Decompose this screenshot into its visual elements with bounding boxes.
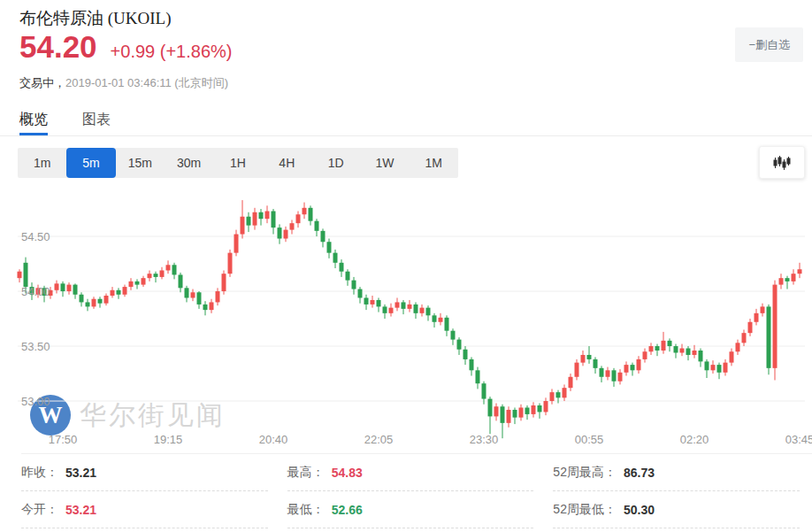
price-change: +0.99 (+1.86%) [111, 42, 233, 62]
timeframe-1W[interactable]: 1W [360, 148, 409, 178]
timeframe-1m[interactable]: 1m [18, 148, 66, 178]
tabs: 概览图表 [0, 111, 812, 136]
stat-value: 86.73 [624, 466, 655, 480]
timeframe-30m[interactable]: 30m [165, 148, 213, 178]
svg-text:20:40: 20:40 [259, 433, 288, 446]
timeframe-15m[interactable]: 15m [116, 148, 165, 178]
svg-text:54.00: 54.00 [21, 285, 50, 298]
svg-text:02:20: 02:20 [680, 433, 709, 446]
y-axis-labels: 54.5054.0053.5053.00 [21, 230, 50, 408]
svg-text:22:05: 22:05 [364, 433, 394, 446]
stat-row: 今开：53.21 [21, 491, 268, 528]
stat-value: 52.66 [332, 503, 363, 517]
svg-text:17:50: 17:50 [49, 433, 78, 446]
chart-type-button[interactable] [759, 146, 805, 179]
stat-row: 52周最低：50.30 [553, 491, 800, 528]
stat-value: 50.30 [624, 503, 655, 517]
gridlines [18, 236, 805, 401]
stat-column: 最高：54.83最低：52.66 [287, 454, 534, 528]
stat-row: 52周最高：86.73 [553, 454, 800, 491]
stat-label: 52周最低： [553, 502, 617, 518]
timeframe-bar: 1m5m15m30m1H4H1D1W1M [18, 148, 458, 178]
market-status: 交易中，2019-01-01 03:46:11 (北京时间) [19, 75, 228, 91]
stat-row: 昨收：53.21 [21, 454, 268, 491]
svg-text:03:45: 03:45 [785, 433, 812, 446]
stats-table: 昨收：53.21今开：53.21最高：54.83最低：52.6652周最高：86… [21, 454, 800, 528]
stat-value: 54.83 [332, 466, 363, 480]
x-axis-labels: 17:5019:1520:4022:0523:3000:5502:2003:45 [49, 433, 812, 446]
stat-row: 最高：54.83 [287, 454, 534, 491]
stat-label: 最低： [287, 502, 325, 518]
stat-label: 昨收： [21, 465, 58, 481]
svg-text:53.00: 53.00 [21, 395, 50, 408]
candlestick-chart-icon [772, 155, 792, 171]
timeframe-1H[interactable]: 1H [213, 148, 262, 178]
svg-text:54.50: 54.50 [21, 230, 50, 243]
timeframe-5m[interactable]: 5m [66, 148, 115, 178]
page-title: 布伦特原油 (UKOIL) [19, 7, 172, 30]
candles [18, 200, 802, 438]
svg-text:00:55: 00:55 [575, 433, 604, 446]
tab-chart[interactable]: 图表 [82, 111, 111, 135]
tab-overview[interactable]: 概览 [19, 111, 48, 135]
svg-text:23:30: 23:30 [470, 433, 499, 446]
trading-status-label: 交易中， [19, 76, 65, 89]
timeframe-1M[interactable]: 1M [410, 148, 458, 178]
svg-text:53.50: 53.50 [21, 340, 50, 353]
timeframe-1D[interactable]: 1D [311, 148, 360, 178]
quote-timestamp: 2019-01-01 03:46:11 (北京时间) [65, 76, 228, 89]
stat-column: 昨收：53.21今开：53.21 [21, 454, 268, 528]
last-price: 54.20 [19, 29, 97, 65]
timeframe-4H[interactable]: 4H [263, 148, 311, 178]
stat-label: 最高： [287, 465, 325, 481]
price-row: 54.20 +0.99 (+1.86%) [19, 29, 232, 65]
stat-row: 最低：52.66 [287, 491, 534, 528]
remove-watchlist-button[interactable]: −删自选 [735, 27, 803, 62]
svg-text:19:15: 19:15 [154, 433, 183, 446]
stat-value: 53.21 [65, 503, 96, 517]
candlestick-chart: 54.5054.0053.5053.0017:5019:1520:4022:05… [0, 186, 812, 453]
stat-value: 53.21 [65, 466, 96, 480]
stat-label: 52周最高： [553, 465, 617, 481]
stat-label: 今开： [21, 502, 58, 518]
stat-column: 52周最高：86.7352周最低：50.30 [553, 454, 800, 528]
price-chart: W 华尔街见闻 54.5054.0053.5053.0017:5019:1520… [0, 186, 812, 453]
